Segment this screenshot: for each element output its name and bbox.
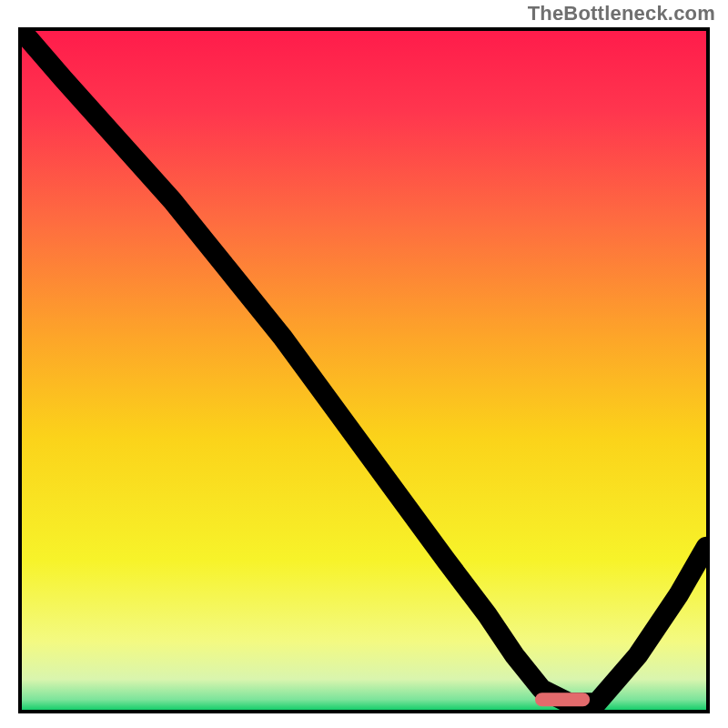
watermark-text: TheBottleneck.com [528,2,715,25]
chart-frame [18,27,710,713]
optimal-range-marker [535,693,590,706]
bottleneck-chart [22,31,706,710]
